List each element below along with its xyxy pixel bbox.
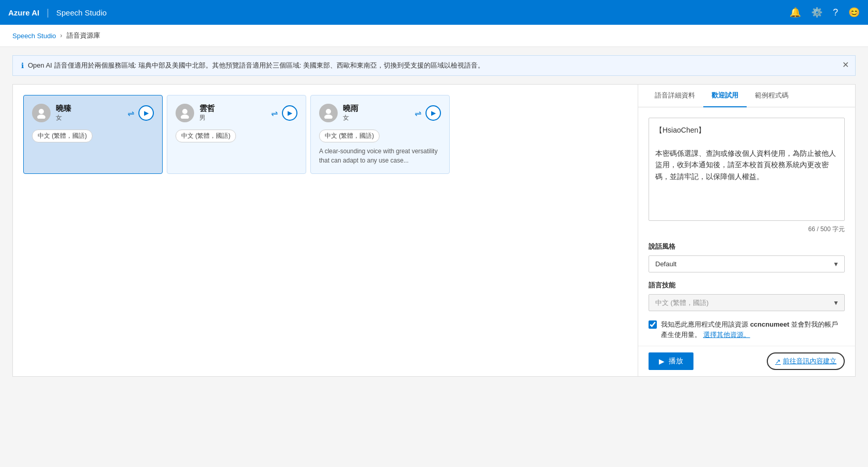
tabs-bar: 語音詳細資料 歡迎試用 範例程式碼 — [638, 85, 855, 107]
settings-icon[interactable]: ⚙️ — [811, 7, 823, 18]
breadcrumb-current: 語音資源庫 — [67, 31, 100, 40]
banner-text: Open AI 語音僅適用於兩個服務區域: 瑞典中部及美國中北部。其他預覽語音適… — [28, 61, 484, 70]
voice-cards-container: 曉臻 女 ⇌ ▶ 中文 (繁體，國語) 雲哲 — [13, 85, 638, 184]
voice-actions-1: ⇌ ▶ — [128, 105, 154, 121]
avatar-1 — [32, 104, 51, 122]
consent-text: 我知悉此應用程式使用該資源 ccncnumeet 並會對我的帳戶產生使用量。 選… — [661, 319, 845, 340]
nav-right: 🔔 ⚙️ ? 😊 — [790, 7, 860, 18]
voice-name-3: 曉雨 — [343, 104, 409, 114]
svg-point-2 — [182, 109, 187, 114]
style-label: 說話風格 — [649, 242, 845, 251]
trial-text-area[interactable]: 【HsiaoChen】 本密碼係選課、查詢或修改個人資料使用，為防止被他人盜用，… — [649, 118, 845, 221]
voice-info-1: 曉臻 女 — [56, 104, 122, 122]
svg-point-1 — [37, 115, 45, 119]
pin-icon-2[interactable]: ⇌ — [271, 108, 278, 118]
info-banner: ℹ Open AI 語音僅適用於兩個服務區域: 瑞典中部及美國中北部。其他預覽語… — [12, 55, 856, 76]
voice-panel: 曉臻 女 ⇌ ▶ 中文 (繁體，國語) 雲哲 — [13, 85, 638, 376]
right-panel: 語音詳細資料 歡迎試用 範例程式碼 【HsiaoChen】 本密碼係選課、查詢或… — [638, 85, 855, 376]
create-link-text: 前往音訊內容建立 — [783, 357, 837, 366]
svg-point-5 — [324, 115, 333, 119]
pin-icon-1[interactable]: ⇌ — [128, 108, 134, 118]
voice-card-header-2: 雲哲 男 ⇌ ▶ — [176, 104, 297, 122]
breadcrumb-link-speech-studio[interactable]: Speech Studio — [12, 32, 56, 40]
voice-description-3: A clear-sounding voice with great versat… — [319, 147, 441, 165]
voice-gender-3: 女 — [343, 114, 409, 122]
voice-card-header-1: 曉臻 女 ⇌ ▶ — [32, 104, 154, 122]
tab-sample-code[interactable]: 範例程式碼 — [747, 85, 797, 107]
trial-text-content: 【HsiaoChen】 本密碼係選課、查詢或修改個人資料使用，為防止被他人盜用，… — [655, 124, 838, 182]
voice-gender-1: 女 — [56, 114, 122, 122]
nav-divider: | — [46, 7, 49, 18]
consent-row: 我知悉此應用程式使用該資源 ccncnumeet 並會對我的帳戶產生使用量。 選… — [649, 319, 845, 340]
change-resource-link[interactable]: 選擇其他資源。 — [703, 331, 750, 339]
brand-name: Azure AI — [8, 8, 39, 17]
voice-language-tag-2: 中文 (繁體，國語) — [176, 130, 236, 142]
play-label: 播放 — [669, 357, 683, 366]
avatar-3 — [319, 104, 338, 122]
user-icon[interactable]: 😊 — [848, 7, 860, 18]
voice-language-tag-3: 中文 (繁體，國語) — [319, 130, 380, 142]
play-button-1[interactable]: ▶ — [138, 105, 154, 121]
close-banner-button[interactable]: ✕ — [842, 60, 849, 70]
tab-trial[interactable]: 歡迎試用 — [703, 85, 747, 107]
help-icon[interactable]: ? — [833, 7, 838, 18]
voice-gender-2: 男 — [199, 114, 266, 122]
tab-content-trial: 【HsiaoChen】 本密碼係選課、查詢或修改個人資料使用，為防止被他人盜用，… — [638, 107, 855, 346]
voice-info-3: 曉雨 女 — [343, 104, 409, 122]
main-content: 曉臻 女 ⇌ ▶ 中文 (繁體，國語) 雲哲 — [12, 84, 856, 377]
top-navigation: Azure AI | Speech Studio 🔔 ⚙️ ? 😊 — [0, 0, 868, 25]
voice-info-2: 雲哲 男 — [199, 104, 266, 122]
voice-card-header-3: 曉雨 女 ⇌ ▶ — [319, 104, 441, 122]
voice-card-xiaoyu[interactable]: 曉雨 女 ⇌ ▶ 中文 (繁體，國語) A clear-sounding voi… — [310, 95, 450, 174]
consent-checkbox[interactable] — [649, 320, 657, 329]
avatar-2 — [176, 104, 194, 122]
lang-select[interactable]: 中文 (繁體，國語) — [649, 295, 844, 311]
breadcrumb-separator: › — [60, 32, 62, 39]
play-button-3[interactable]: ▶ — [425, 105, 441, 121]
notification-icon[interactable]: 🔔 — [790, 7, 801, 18]
voice-name-1: 曉臻 — [56, 104, 122, 114]
tab-voice-details[interactable]: 語音詳細資料 — [646, 85, 703, 107]
info-icon: ℹ — [21, 61, 24, 70]
play-button-2[interactable]: ▶ — [282, 105, 297, 121]
style-select-wrapper[interactable]: Default ▼ — [649, 255, 845, 272]
create-audio-link[interactable]: ↗ 前往音訊內容建立 — [767, 352, 845, 370]
voice-card-yunzhe[interactable]: 雲哲 男 ⇌ ▶ 中文 (繁體，國語) — [167, 95, 306, 174]
style-select[interactable]: Default — [649, 256, 844, 272]
lang-label: 語言技能 — [649, 281, 845, 290]
lang-select-wrapper[interactable]: 中文 (繁體，國語) ▼ — [649, 294, 845, 311]
breadcrumb: Speech Studio › 語音資源庫 — [0, 25, 868, 47]
voice-actions-2: ⇌ ▶ — [271, 105, 297, 121]
play-button[interactable]: ▶ 播放 — [649, 352, 693, 370]
voice-actions-3: ⇌ ▶ — [415, 105, 441, 121]
svg-point-4 — [326, 109, 331, 114]
app-title: Speech Studio — [56, 8, 107, 17]
voice-language-tag-1: 中文 (繁體，國語) — [32, 130, 92, 142]
voice-name-2: 雲哲 — [199, 104, 266, 114]
svg-point-3 — [181, 115, 189, 119]
voice-card-xiaozen[interactable]: 曉臻 女 ⇌ ▶ 中文 (繁體，國語) — [23, 95, 163, 174]
svg-point-0 — [39, 109, 44, 114]
pin-icon-3[interactable]: ⇌ — [415, 108, 421, 118]
nav-left: Azure AI | Speech Studio — [8, 7, 107, 18]
action-bar: ▶ 播放 ↗ 前往音訊內容建立 — [638, 346, 855, 376]
char-count: 66 / 500 字元 — [649, 225, 845, 234]
create-link-icon: ↗ — [775, 358, 781, 365]
play-icon: ▶ — [659, 357, 665, 365]
